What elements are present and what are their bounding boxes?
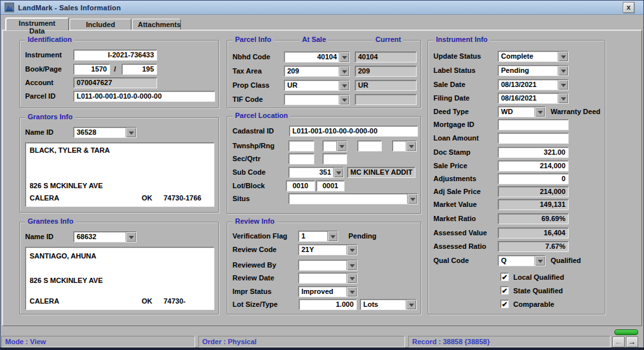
instrument-field[interactable]: I-2021-736433 [73, 50, 157, 61]
filing-date-combo[interactable]: 08/16/2021 [498, 93, 569, 104]
parcel-id-field[interactable]: L011-00-001-010-0-000-00 [73, 91, 215, 102]
mortgage-id-label: Mortgage ID [433, 121, 475, 128]
tab-instrument-data[interactable]: Instrument Data [5, 17, 69, 30]
dropdown-arrow-icon[interactable] [535, 256, 545, 266]
instrument-label: Instrument [25, 51, 62, 59]
dropdown-arrow-icon[interactable] [339, 95, 349, 104]
grantee-name: SANTIAGO, AHUNA [30, 252, 96, 260]
review-info-group: Review Info Verification Flag 1 Pending … [227, 222, 421, 315]
dropdown-arrow-icon[interactable] [336, 141, 346, 151]
dropdown-arrow-icon[interactable] [346, 245, 357, 255]
tif-code-at-sale-combo[interactable] [284, 94, 350, 105]
twnshp-combo-1-value [323, 141, 336, 151]
dropdown-arrow-icon[interactable] [558, 93, 568, 103]
twnshp-rng-label: Twnshp/Rng [232, 142, 274, 150]
dropdown-arrow-icon[interactable] [346, 273, 357, 283]
tab-attachments[interactable]: Attachments [132, 19, 181, 30]
dropdown-arrow-icon[interactable] [407, 194, 417, 204]
app-window: LandMark - Sales Information x Instrumen… [0, 0, 644, 350]
local-qualified-checkbox[interactable] [500, 273, 509, 281]
doc-stamp-field[interactable]: 321.00 [498, 147, 569, 158]
twnshp-field-2[interactable] [357, 141, 382, 151]
dropdown-arrow-icon[interactable] [346, 287, 357, 297]
block-field[interactable]: 0001 [316, 180, 345, 191]
parcel-location-group: Parcel Location Cadastral ID L011-001-01… [227, 116, 421, 214]
grantors-name-id-combo[interactable]: 36528 [73, 127, 137, 138]
sale-price-field[interactable]: 214,000 [498, 160, 569, 171]
grantees-name-id-value: 68632 [74, 232, 126, 242]
dropdown-arrow-icon[interactable] [406, 300, 416, 309]
prop-class-at-sale-combo[interactable]: UR [284, 80, 350, 91]
account-field: 070047627 [73, 77, 157, 88]
impr-status-combo[interactable]: Improved [298, 286, 357, 297]
previous-record-button[interactable]: ← [612, 336, 625, 347]
cadastral-id-label: Cadastral ID [232, 127, 274, 135]
lot-field[interactable]: 0010 [286, 180, 315, 191]
grantor-zip: 74730-1766 [164, 194, 202, 202]
deed-type-combo[interactable]: WD [498, 106, 545, 117]
dropdown-arrow-icon[interactable] [339, 66, 349, 76]
filing-date-value: 08/16/2021 [498, 93, 558, 103]
dropdown-arrow-icon[interactable] [406, 141, 416, 151]
sale-date-combo[interactable]: 08/13/2021 [498, 79, 569, 90]
dropdown-arrow-icon[interactable] [339, 81, 349, 90]
dropdown-arrow-icon[interactable] [535, 107, 545, 117]
dropdown-arrow-icon[interactable] [333, 168, 343, 177]
prop-class-current-field: UR [355, 80, 417, 91]
review-code-combo[interactable]: 21Y [298, 244, 357, 255]
verification-flag-label: Verification Flag [232, 232, 287, 240]
grantees-name-id-combo[interactable]: 68632 [73, 231, 137, 242]
sec-field[interactable] [289, 153, 314, 164]
lot-size-field[interactable]: 1.000 [299, 299, 357, 310]
sub-code-combo[interactable]: 351 [289, 167, 344, 178]
qrtr-field[interactable] [323, 153, 347, 164]
state-qualified-checkbox[interactable] [500, 286, 509, 295]
reviewed-by-combo[interactable] [298, 260, 357, 271]
impr-status-value: Improved [299, 287, 346, 297]
dropdown-arrow-icon[interactable] [346, 260, 357, 270]
review-date-combo[interactable] [298, 273, 357, 284]
app-logo-icon [5, 3, 14, 12]
prop-class-at-sale-value: UR [285, 81, 339, 90]
tax-area-label: Tax Area [232, 67, 261, 75]
verification-flag-combo[interactable]: 1 [298, 231, 338, 242]
dropdown-arrow-icon[interactable] [558, 80, 568, 90]
tif-code-label: TIF Code [232, 95, 263, 103]
lot-size-type-label: Lot Size/Type [232, 300, 278, 308]
twnshp-combo-1[interactable] [323, 141, 347, 151]
next-record-button[interactable]: → [626, 336, 638, 347]
label-status-combo[interactable]: Pending [498, 65, 569, 76]
tab-included-parcels[interactable]: Included Parcels [70, 19, 131, 30]
grantee-zip: 74730- [164, 297, 185, 305]
adjustments-label: Adjustments [433, 175, 477, 182]
dropdown-arrow-icon[interactable] [126, 232, 136, 242]
twnshp-combo-2[interactable] [392, 141, 417, 151]
update-status-combo[interactable]: Complete [498, 51, 569, 62]
lot-type-combo[interactable]: Lots [360, 299, 417, 310]
situs-combo[interactable] [289, 193, 418, 204]
grantor-address: 826 S MCKINLEY AVE [30, 182, 103, 190]
dropdown-arrow-icon[interactable] [327, 231, 337, 241]
twnshp-field-1[interactable] [289, 141, 314, 151]
grantors-name-id-value: 36528 [74, 128, 126, 137]
dropdown-arrow-icon[interactable] [558, 66, 568, 75]
dropdown-arrow-icon[interactable] [339, 52, 349, 62]
nbhd-code-at-sale-combo[interactable]: 40104 [284, 52, 350, 63]
page-field[interactable]: 195 [122, 64, 157, 75]
loan-amount-field[interactable] [498, 133, 569, 144]
close-button[interactable]: x [623, 2, 634, 13]
qual-code-combo[interactable]: Q [498, 255, 545, 266]
dropdown-arrow-icon[interactable] [558, 52, 568, 61]
book-field[interactable]: 1570 [73, 64, 110, 75]
status-record: Record : 38858 {38858} [408, 336, 611, 347]
situs-value [289, 194, 407, 204]
grantors-group-title: Grantors Info [25, 113, 75, 121]
mortgage-id-field[interactable] [498, 119, 569, 130]
adjustments-field[interactable]: 0 [498, 173, 569, 184]
comparable-checkbox[interactable] [500, 300, 509, 308]
tax-area-at-sale-combo[interactable]: 209 [284, 66, 350, 77]
cadastral-id-field[interactable]: L011-001-010-00-0-000-00 [289, 126, 418, 137]
sub-code-label: Sub Code [232, 168, 265, 176]
dropdown-arrow-icon[interactable] [126, 128, 136, 137]
grantors-address-box: BLACK, TYLER & TARA 826 S MCKINLEY AVE C… [25, 142, 214, 207]
